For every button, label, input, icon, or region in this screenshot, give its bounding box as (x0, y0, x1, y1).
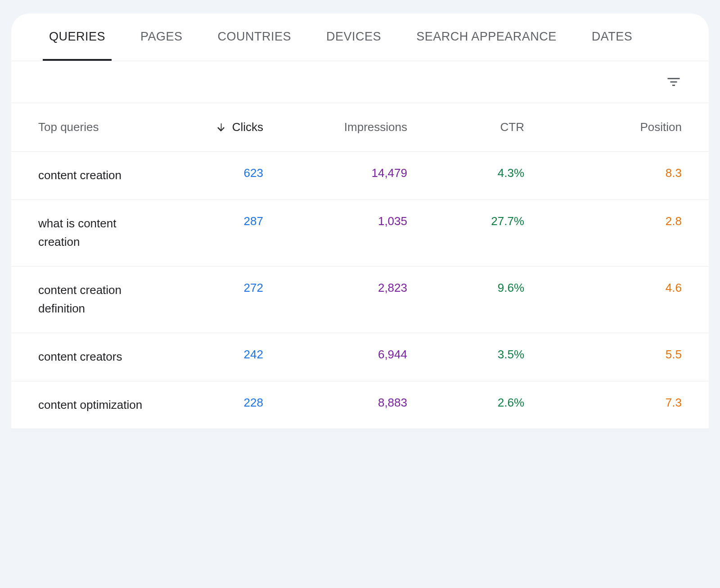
cell-ctr: 27.7% (407, 214, 524, 228)
fade-overlay (0, 534, 720, 588)
tab-label: PAGES (140, 30, 183, 43)
column-header-ctr[interactable]: CTR (407, 120, 524, 134)
filter-bar (11, 61, 709, 103)
cell-query: content creators (38, 348, 164, 366)
cell-impressions: 1,035 (263, 214, 407, 228)
table-row[interactable]: content creation 623 14,479 4.3% 8.3 (11, 152, 709, 200)
tab-label: DEVICES (326, 30, 381, 43)
table-row[interactable]: content optimization 228 8,883 2.6% 7.3 (11, 381, 709, 430)
cell-position: 2.8 (524, 214, 682, 228)
cell-position: 4.6 (524, 281, 682, 295)
cell-ctr: 3.5% (407, 348, 524, 362)
column-label: Impressions (344, 120, 407, 134)
cell-clicks: 242 (164, 348, 263, 362)
table-header: Top queries Clicks Impressions CTR Posit… (11, 103, 709, 152)
tab-bar: QUERIES PAGES COUNTRIES DEVICES SEARCH A… (11, 14, 709, 61)
tab-search-appearance[interactable]: SEARCH APPEARANCE (410, 14, 563, 61)
cell-impressions: 8,883 (263, 396, 407, 410)
tab-countries[interactable]: COUNTRIES (212, 14, 298, 61)
cell-query: content creation (38, 166, 164, 185)
column-label: Clicks (232, 120, 263, 134)
tab-dates[interactable]: DATES (585, 14, 639, 61)
tab-label: DATES (592, 30, 633, 43)
cell-ctr: 2.6% (407, 396, 524, 410)
cell-query: content optimization (38, 396, 164, 415)
column-label: CTR (500, 120, 524, 134)
cell-impressions: 2,823 (263, 281, 407, 295)
cell-position: 5.5 (524, 348, 682, 362)
cell-clicks: 228 (164, 396, 263, 410)
table-row[interactable]: content creators 242 6,944 3.5% 5.5 (11, 333, 709, 381)
tab-label: QUERIES (49, 30, 105, 43)
tab-devices[interactable]: DEVICES (320, 14, 387, 61)
column-header-position[interactable]: Position (524, 120, 682, 134)
filter-icon[interactable] (666, 74, 682, 90)
report-panel: QUERIES PAGES COUNTRIES DEVICES SEARCH A… (11, 14, 709, 429)
cell-query: what is content creation (38, 214, 164, 252)
cell-position: 7.3 (524, 396, 682, 410)
cell-impressions: 6,944 (263, 348, 407, 362)
table-row[interactable]: content creation definition 272 2,823 9.… (11, 267, 709, 333)
cell-clicks: 272 (164, 281, 263, 295)
column-header-clicks[interactable]: Clicks (164, 120, 263, 134)
cell-query: content creation definition (38, 281, 164, 318)
cell-clicks: 623 (164, 166, 263, 180)
cell-impressions: 14,479 (263, 166, 407, 180)
cell-ctr: 9.6% (407, 281, 524, 295)
cell-ctr: 4.3% (407, 166, 524, 180)
cell-position: 8.3 (524, 166, 682, 180)
sort-arrow-down-icon (215, 122, 227, 133)
table-row[interactable]: what is content creation 287 1,035 27.7%… (11, 200, 709, 267)
tab-label: COUNTRIES (218, 30, 292, 43)
column-header-impressions[interactable]: Impressions (263, 120, 407, 134)
column-label: Position (640, 120, 682, 134)
column-label: Top queries (38, 120, 99, 134)
cell-clicks: 287 (164, 214, 263, 228)
tab-pages[interactable]: PAGES (134, 14, 189, 61)
column-header-query[interactable]: Top queries (38, 120, 164, 134)
tab-label: SEARCH APPEARANCE (416, 30, 557, 43)
tab-queries[interactable]: QUERIES (43, 14, 112, 61)
